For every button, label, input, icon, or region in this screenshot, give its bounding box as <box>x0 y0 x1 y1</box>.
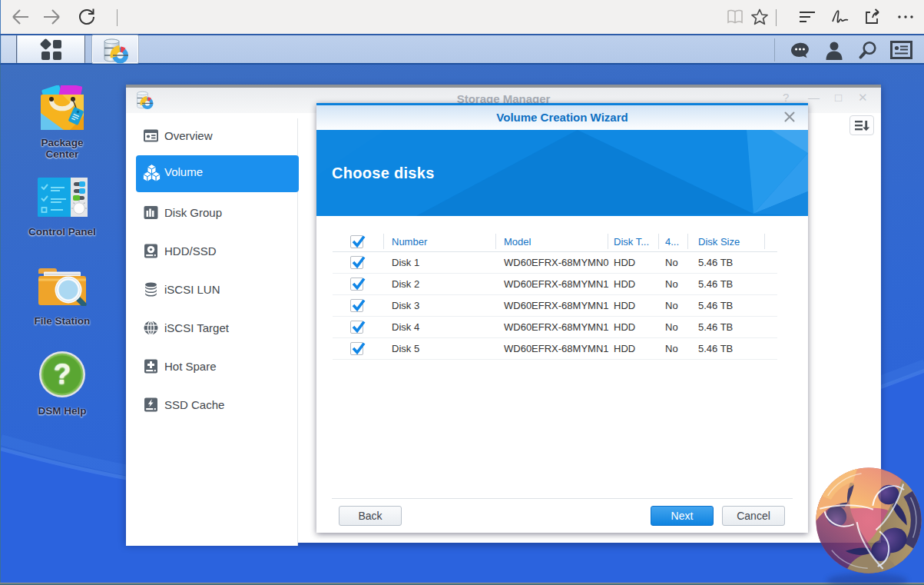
svg-text:?: ? <box>54 358 71 390</box>
